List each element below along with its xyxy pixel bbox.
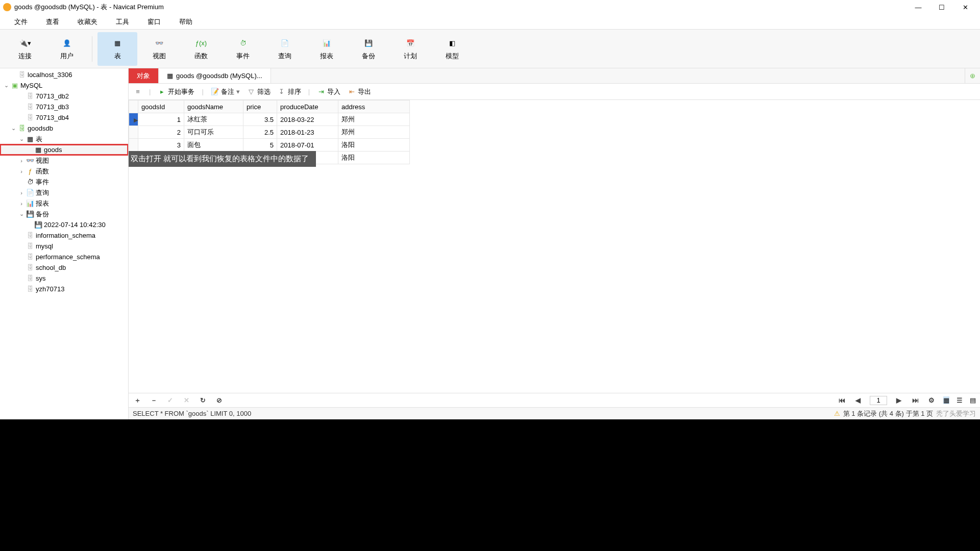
table-row[interactable]: 2 可口可乐 2.5 2018-01-23 郑州 <box>129 126 410 139</box>
form-view-button[interactable]: ☰ <box>957 396 963 404</box>
tree-folder-tables[interactable]: ⌄▦表 <box>0 134 128 144</box>
add-record-button[interactable]: ＋ <box>133 396 142 405</box>
tree-folder-views[interactable]: ›👓视图 <box>0 155 128 166</box>
app-icon <box>3 3 11 11</box>
window-title: goods @goodsdb (MySQL) - 表 - Navicat Pre… <box>14 3 164 12</box>
hamburger-icon: ≡ <box>134 88 142 96</box>
tree-db[interactable]: 🗄70713_db4 <box>0 112 128 123</box>
plug-icon: 🔌▾ <box>18 37 32 49</box>
database-open-icon: 🗄 <box>17 125 27 132</box>
report-icon: 📊 <box>320 37 334 49</box>
next-page-button[interactable]: ▶ <box>894 396 903 404</box>
cancel-edit-button[interactable]: ✕ <box>182 396 191 404</box>
menu-help[interactable]: 帮助 <box>170 15 202 29</box>
menu-view[interactable]: 查看 <box>37 15 68 29</box>
import-icon: ⇥ <box>317 88 325 96</box>
toolbar-user[interactable]: 👤用户 <box>47 32 87 66</box>
minimize-button[interactable]: — <box>906 0 930 14</box>
menu-window[interactable]: 窗口 <box>138 15 170 29</box>
tree-folder-reports[interactable]: ›📊报表 <box>0 198 128 209</box>
toolbar-query[interactable]: 📄查询 <box>265 32 305 66</box>
refresh-button[interactable]: ↻ <box>198 396 207 404</box>
prev-page-button[interactable]: ◀ <box>853 396 863 404</box>
tree-db[interactable]: 🗄sys <box>0 273 128 284</box>
tree-table-goods[interactable]: ▦goods <box>0 144 128 155</box>
table-row[interactable]: ▶ 1 冰红茶 3.5 2018-03-22 郑州 <box>129 113 410 126</box>
grid-view-button[interactable]: ▦ <box>943 396 949 404</box>
close-button[interactable]: ✕ <box>953 0 977 14</box>
settings-button[interactable]: ⚙ <box>927 396 936 404</box>
tab-objects[interactable]: 对象 <box>129 68 159 83</box>
column-header[interactable]: address <box>338 101 410 113</box>
tree-db[interactable]: 🗄performance_schema <box>0 252 128 262</box>
tree-folder-backups[interactable]: ⌄💾备份 <box>0 209 128 219</box>
tree-db[interactable]: 🗄yzh70713 <box>0 284 128 294</box>
menu-bar: 文件 查看 收藏夹 工具 窗口 帮助 <box>0 14 980 30</box>
status-record-info: 第 1 条记录 (共 4 条) 于第 1 页 <box>843 409 933 418</box>
stop-button[interactable]: ⊘ <box>214 396 224 404</box>
toolbar-connect[interactable]: 🔌▾连接 <box>5 32 45 66</box>
status-sql: SELECT * FROM `goods` LIMIT 0, 1000 <box>133 410 251 417</box>
column-header[interactable]: produceDate <box>277 101 338 113</box>
page-input[interactable] <box>870 396 887 405</box>
menu-toggle[interactable]: ≡ <box>134 88 142 96</box>
annotation-callout: 1 双击打开 就可以看到我们恢复的表格文件中的数据了 <box>129 151 316 167</box>
tree-db[interactable]: 🗄70713_db3 <box>0 102 128 112</box>
toolbar-view[interactable]: 👓视图 <box>139 32 179 66</box>
tree-db[interactable]: 🗄70713_db2 <box>0 91 128 102</box>
detail-view-button[interactable]: ▤ <box>970 396 976 404</box>
tree-db[interactable]: 🗄mysql <box>0 241 128 252</box>
first-page-button[interactable]: ⏮ <box>837 396 846 404</box>
database-icon: 🗄 <box>26 93 35 100</box>
menu-tools[interactable]: 工具 <box>107 15 138 29</box>
apply-button[interactable]: ✓ <box>165 396 175 404</box>
begin-transaction-button[interactable]: ▸开始事务 <box>158 87 194 96</box>
database-icon: 🗄 <box>26 104 35 111</box>
connection-tree[interactable]: 🗄localhost_3306 ⌄▣MySQL 🗄70713_db2 🗄7071… <box>0 68 129 419</box>
tree-folder-functions[interactable]: ›ƒ函数 <box>0 166 128 177</box>
toolbar-model[interactable]: ◧模型 <box>432 32 472 66</box>
toolbar-report[interactable]: 📊报表 <box>307 32 347 66</box>
menu-file[interactable]: 文件 <box>5 15 37 29</box>
toolbar-function[interactable]: ƒ(x)函数 <box>181 32 221 66</box>
server-icon: 🗄 <box>17 71 27 79</box>
export-button[interactable]: ⇤导出 <box>348 87 371 96</box>
delete-record-button[interactable]: － <box>149 396 158 405</box>
warning-icon: ⚠ <box>834 410 840 417</box>
tree-mysql-connection[interactable]: ⌄▣MySQL <box>0 80 128 91</box>
maximize-button[interactable]: ☐ <box>930 0 953 14</box>
tree-backup-item[interactable]: 💾2022-07-14 10:42:30 <box>0 219 128 230</box>
data-grid[interactable]: goodsId goodsName price produceDate addr… <box>129 100 980 393</box>
last-page-button[interactable]: ⏭ <box>911 396 920 404</box>
view-icon: 👓 <box>152 37 166 49</box>
import-button[interactable]: ⇥导入 <box>317 87 340 96</box>
model-icon: ◧ <box>445 37 459 49</box>
play-icon: ▸ <box>158 88 166 96</box>
filter-button[interactable]: ▽筛选 <box>247 87 271 96</box>
tree-db[interactable]: 🗄information_schema <box>0 230 128 241</box>
toolbar-backup[interactable]: 💾备份 <box>349 32 388 66</box>
sort-button[interactable]: ↧排序 <box>278 87 301 96</box>
function-folder-icon: ƒ <box>26 168 35 175</box>
toolbar-schedule[interactable]: 📅计划 <box>390 32 430 66</box>
tree-db[interactable]: 🗄school_db <box>0 262 128 273</box>
query-icon: 📄 <box>278 37 292 49</box>
editor-tabbar: 对象 ▦goods @goodsdb (MySQL)... ⊕ <box>129 68 980 84</box>
backup-icon: 💾 <box>34 221 43 229</box>
toolbar-event[interactable]: ⏱事件 <box>223 32 263 66</box>
tree-folder-events[interactable]: ⏱事件 <box>0 177 128 187</box>
column-header[interactable]: goodsName <box>184 101 243 113</box>
column-header[interactable]: price <box>243 101 277 113</box>
function-icon: ƒ(x) <box>194 37 208 49</box>
toolbar-table[interactable]: ▦表 <box>97 32 137 66</box>
watermark-text: 秃了头爱学习 <box>936 409 976 418</box>
tab-add-button[interactable]: ⊕ <box>965 68 980 83</box>
tab-goods[interactable]: ▦goods @goodsdb (MySQL)... <box>159 68 271 83</box>
tree-folder-queries[interactable]: ›📄查询 <box>0 187 128 198</box>
tree-localhost[interactable]: 🗄localhost_3306 <box>0 69 128 80</box>
table-row[interactable]: 3 面包 5 2018-07-01 洛阳 <box>129 139 410 152</box>
tree-goodsdb[interactable]: ⌄🗄goodsdb <box>0 123 128 134</box>
menu-favorites[interactable]: 收藏夹 <box>68 15 107 29</box>
column-header[interactable]: goodsId <box>138 101 184 113</box>
memo-button[interactable]: 📝备注 ▾ <box>211 87 240 96</box>
